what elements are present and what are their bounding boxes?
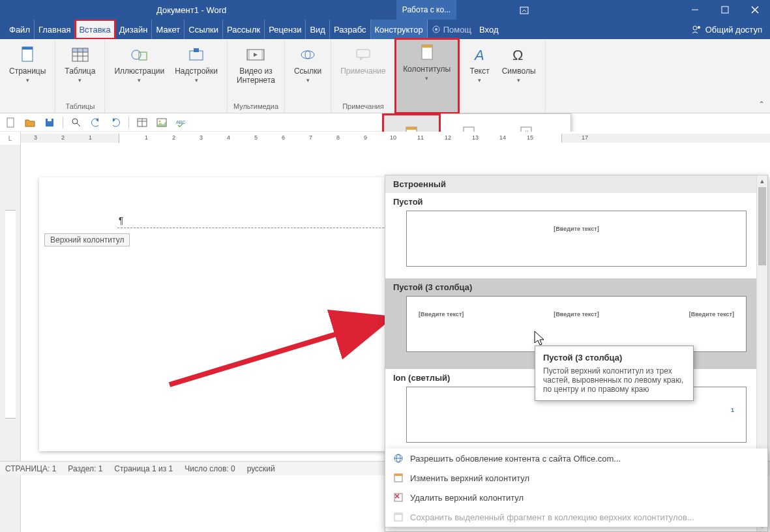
edit-header-icon [393,473,404,483]
ruler-corner[interactable]: L [0,132,21,145]
addins-icon [186,44,207,65]
svg-text:ABC: ABC [176,119,186,125]
chevron-down-icon: ▾ [138,77,141,83]
svg-rect-33 [406,127,417,130]
menu-remove-header[interactable]: Удалить верхний колонтитул [385,488,767,507]
tab-layout[interactable]: Макет [152,20,185,39]
find-icon[interactable] [70,116,83,129]
chevron-down-icon: ▾ [78,77,81,83]
tab-home[interactable]: Главная [35,20,75,39]
gallery-item-blank[interactable]: Пустой [Введите текст] [385,193,767,278]
status-page-of[interactable]: Страница 1 из 1 [114,464,173,473]
svg-line-42 [77,123,80,126]
ribbon-display-options-icon[interactable] [520,5,529,17]
horizontal-ruler[interactable]: 3 2 1 1 2 3 4 5 6 7 8 9 10 11 12 13 14 1… [21,132,770,145]
header-label-tab: Верхний колонтитул [44,233,130,246]
open-icon[interactable] [23,116,37,129]
comment-icon [353,44,374,65]
comment-button[interactable]: Примечание [336,42,389,78]
tab-insert[interactable]: Вставка [75,20,115,39]
horizontal-ruler-row: L 3 2 1 1 2 3 4 5 6 7 8 9 10 11 12 13 14… [0,132,770,145]
share-button[interactable]: Общий доступ [683,20,770,39]
svg-point-25 [301,51,314,59]
tab-design[interactable]: Дизайн [115,20,153,39]
tab-view[interactable]: Вид [306,20,330,39]
pages-button[interactable]: Страницы ▾ [5,42,50,86]
contextual-tab-label: Работа с ко... [396,0,456,20]
status-words[interactable]: Число слов: 0 [185,464,235,473]
illustrations-button[interactable]: Иллюстрации ▾ [110,42,168,86]
chevron-down-icon: ▾ [478,77,481,83]
annotation-arrow [163,306,398,398]
menu-save-selection: Сохранить выделенный фрагмент в коллекци… [385,507,767,527]
minimize-button[interactable] [680,0,710,20]
gallery-tooltip: Пустой (3 столбца) Пустой верхний колонт… [535,346,694,401]
headers-footers-button[interactable]: Колонтитулы ▾ [396,39,458,113]
scroll-up-icon[interactable]: ▲ [757,175,767,186]
svg-rect-23 [247,50,250,60]
menu-edit-header[interactable]: Изменить верхний колонтитул [385,468,767,488]
new-doc-icon[interactable] [4,116,17,129]
maximize-button[interactable] [710,0,740,20]
gallery-section-builtin: Встроенный [385,175,767,193]
chevron-down-icon: ▾ [195,77,198,83]
group-tables: Таблица ▾ Таблицы [55,39,105,113]
svg-rect-18 [139,52,147,60]
collapse-ribbon-icon[interactable]: ⌃ [758,100,765,109]
undo-icon[interactable] [89,116,102,129]
group-media: Видео из Интернета Мультимедиа [228,39,285,113]
group-illustrations: Иллюстрации ▾ Надстройки ▾ [105,39,228,113]
spellcheck-icon[interactable]: ABC [175,116,188,129]
links-button[interactable]: Ссылки ▾ [290,42,325,86]
tab-mailings[interactable]: Рассылк [223,20,265,39]
svg-point-7 [693,26,697,30]
window-title: Документ1 - Word [156,5,226,15]
title-bar: Документ1 - Word Работа с ко... [0,0,770,20]
svg-point-41 [72,119,78,124]
save-icon[interactable] [43,116,56,129]
svg-point-49 [159,120,161,122]
ribbon-tabs: Файл Главная Вставка Дизайн Макет Ссылки… [0,20,770,39]
redo-icon[interactable] [109,116,122,129]
window-controls [680,0,770,20]
table-button[interactable]: Таблица ▾ [61,42,99,86]
svg-marker-22 [254,53,258,57]
login-button[interactable]: Вход [475,20,502,39]
symbols-button[interactable]: Ω Символы ▾ [498,42,540,86]
tab-developer[interactable]: Разрабс [330,20,371,39]
table-qat-icon[interactable] [136,116,149,129]
header-icon [417,42,437,63]
svg-rect-29 [422,45,432,48]
picture-qat-icon[interactable] [155,116,168,129]
ribbon: Страницы ▾ Таблица ▾ Таблицы Иллюстрации… [0,39,770,113]
svg-rect-19 [190,51,203,60]
addins-button[interactable]: Надстройки ▾ [171,42,222,86]
gallery-footer-menu: Разрешить обновление контента с сайта Of… [385,449,768,527]
tab-review[interactable]: Рецензи [265,20,306,39]
tell-me-help[interactable]: Помощ [428,20,475,39]
save-selection-icon [393,512,404,522]
tab-file[interactable]: Файл [0,20,35,39]
tab-constructor[interactable]: Конструктор [371,20,428,39]
text-button[interactable]: A Текст ▾ [464,42,496,86]
menu-office-content[interactable]: Разрешить обновление контента с сайта Of… [385,449,767,468]
close-button[interactable] [740,0,770,20]
svg-rect-20 [194,48,199,52]
svg-rect-16 [72,48,88,52]
tab-references[interactable]: Ссылки [185,20,223,39]
status-language[interactable]: русский [247,464,275,473]
tooltip-title: Пустой (3 столбца) [543,353,685,362]
svg-text:Ω: Ω [512,47,523,63]
chevron-down-icon: ▾ [517,77,520,83]
scroll-thumb[interactable] [758,187,766,265]
group-label-comments: Примечания [342,101,384,113]
svg-point-8 [698,26,700,29]
online-video-button[interactable]: Видео из Интернета [233,42,279,87]
status-page[interactable]: СТРАНИЦА: 1 [5,464,56,473]
svg-point-17 [132,50,141,59]
chevron-down-icon: ▾ [425,75,428,81]
status-section[interactable]: Раздел: 1 [68,464,102,473]
page-icon [17,44,38,65]
svg-rect-60 [394,513,402,515]
group-links: Ссылки ▾ [285,39,331,113]
